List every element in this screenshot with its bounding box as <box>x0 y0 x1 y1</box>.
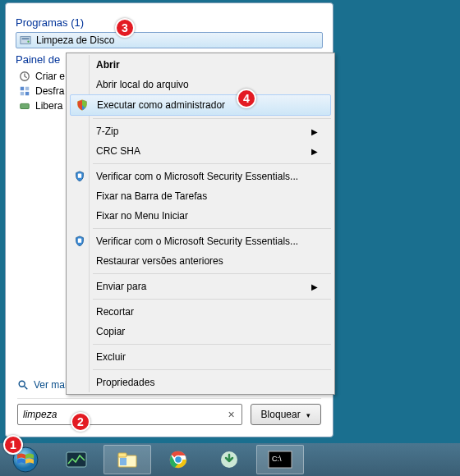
svg-point-2 <box>27 41 29 43</box>
chrome-icon <box>168 450 188 469</box>
svg-point-20 <box>175 456 182 464</box>
menu-item-label: 7-Zip <box>96 126 118 137</box>
menu-divider <box>93 163 331 164</box>
menu-item[interactable]: Restaurar versões anteriores <box>68 251 333 271</box>
context-menu: AbrirAbrir local do arquivoExecutar como… <box>66 53 335 395</box>
menu-item[interactable]: Executar como administrador <box>70 94 331 116</box>
menu-item-label: Propriedades <box>96 377 154 388</box>
menu-item-label: Excluir <box>96 351 126 363</box>
search-icon <box>17 379 29 391</box>
menu-item[interactable]: Copiar <box>68 322 333 341</box>
menu-item[interactable]: CRC SHA▶ <box>68 141 333 161</box>
menu-item-label: Abrir local do arquivo <box>96 79 189 90</box>
disk-cleanup-icon <box>20 34 31 46</box>
callout-1: 1 <box>3 435 23 455</box>
menu-item-label: CRC SHA <box>96 145 140 157</box>
cpl-result-label: Desfra <box>35 85 64 97</box>
taskbar-app[interactable] <box>154 445 202 474</box>
menu-item[interactable]: Verificar com o Microsoft Security Essen… <box>68 167 333 186</box>
cmd-icon: C:\ <box>268 451 292 469</box>
svg-rect-17 <box>120 458 126 465</box>
lock-button[interactable]: Bloquear ▾ <box>251 404 321 425</box>
freespace-icon <box>19 100 30 112</box>
program-result-limpeza[interactable]: Limpeza de Disco <box>16 32 323 48</box>
menu-item[interactable]: Abrir local do arquivo <box>68 75 333 94</box>
menu-item-label: Verificar com o Microsoft Security Essen… <box>96 171 298 182</box>
callout-4: 4 <box>237 89 256 108</box>
taskbar-app[interactable] <box>53 445 100 474</box>
svg-rect-4 <box>21 87 24 90</box>
taskbar-app[interactable] <box>205 445 253 474</box>
taskbar-app[interactable]: C:\ <box>256 445 304 474</box>
escudo-icon <box>73 235 86 248</box>
svg-rect-1 <box>22 38 30 39</box>
escudo-icon <box>73 170 86 183</box>
svg-text:C:\: C:\ <box>272 455 282 463</box>
explorer-icon <box>116 451 139 469</box>
menu-item[interactable]: Fixar na Barra de Tarefas <box>68 186 333 206</box>
menu-item-label: Enviar para <box>96 281 146 292</box>
menu-item-label: Copiar <box>96 326 125 337</box>
search-input[interactable] <box>23 409 226 420</box>
menu-item-label: Recortar <box>96 306 134 318</box>
programs-header: Programas (1) <box>16 16 323 29</box>
svg-rect-6 <box>21 92 24 95</box>
menu-divider <box>93 228 331 229</box>
svg-rect-0 <box>21 37 30 44</box>
menu-item-label: Abrir <box>96 59 120 71</box>
chevron-right-icon: ▶ <box>311 282 318 291</box>
svg-point-9 <box>19 381 25 387</box>
restore-point-icon <box>19 71 30 82</box>
svg-rect-5 <box>25 87 29 90</box>
menu-item-label: Restaurar versões anteriores <box>96 255 223 267</box>
chevron-right-icon: ▶ <box>311 147 318 156</box>
menu-item[interactable]: Verificar com o Microsoft Security Essen… <box>68 231 333 251</box>
callout-2: 2 <box>71 412 90 432</box>
taskbar: C:\ <box>0 443 460 476</box>
clear-icon[interactable]: × <box>226 408 236 421</box>
menu-item-label: Fixar no Menu Iniciar <box>96 210 188 222</box>
menu-item[interactable]: Fixar no Menu Iniciar <box>68 206 333 226</box>
menu-divider <box>93 344 331 345</box>
menu-divider <box>93 369 331 370</box>
svg-line-10 <box>25 387 28 390</box>
menu-divider <box>93 273 331 274</box>
svg-rect-11 <box>78 174 81 178</box>
menu-item[interactable]: Excluir <box>68 347 333 367</box>
menu-item-label: Executar como administrador <box>97 99 225 111</box>
search-box[interactable]: × <box>17 404 242 425</box>
callout-3: 3 <box>115 18 135 38</box>
svg-rect-16 <box>118 453 126 457</box>
menu-divider <box>93 118 331 119</box>
defrag-icon <box>19 85 30 97</box>
chevron-down-icon: ▾ <box>306 411 310 419</box>
taskbar-app[interactable] <box>104 445 151 474</box>
lock-button-label: Bloquear <box>261 409 301 420</box>
menu-item[interactable]: 7-Zip▶ <box>68 121 333 141</box>
chevron-right-icon: ▶ <box>311 127 318 136</box>
menu-item[interactable]: Recortar <box>68 302 333 322</box>
program-result-label: Limpeza de Disco <box>36 34 114 46</box>
cpl-result-label: Criar e <box>35 71 65 82</box>
search-row: × Bloquear ▾ <box>17 404 321 425</box>
shield-icon <box>76 98 89 112</box>
menu-item[interactable]: Propriedades <box>68 373 333 392</box>
menu-item-label: Fixar na Barra de Tarefas <box>96 190 207 202</box>
divider <box>17 398 321 399</box>
cpl-result-label: Libera <box>35 100 62 112</box>
menu-item[interactable]: Enviar para▶ <box>68 277 333 296</box>
menu-divider <box>93 299 331 300</box>
menu-item[interactable]: Abrir <box>68 55 333 75</box>
svg-rect-7 <box>25 92 29 95</box>
svg-rect-8 <box>21 103 30 108</box>
svg-rect-12 <box>78 239 81 243</box>
taskmgr-icon <box>65 451 88 469</box>
download-icon <box>218 451 240 469</box>
menu-item-label: Verificar com o Microsoft Security Essen… <box>96 236 298 247</box>
